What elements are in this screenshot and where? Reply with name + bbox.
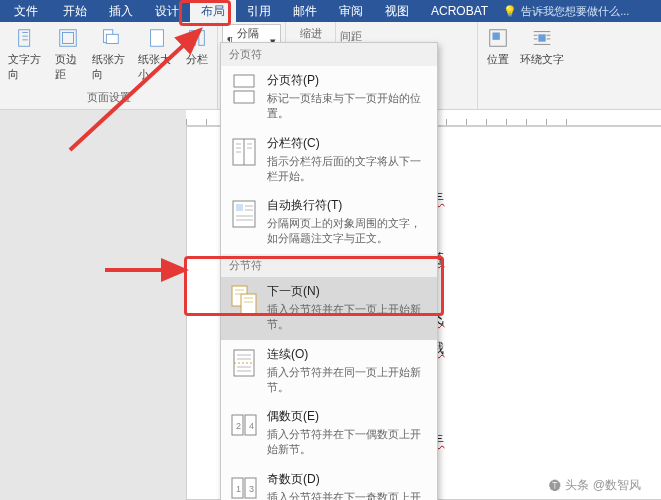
menu-item-desc: 插入分节符并在下一偶数页上开始新节。 <box>267 427 429 457</box>
odd-page-icon: 13 <box>229 471 259 500</box>
margins-icon <box>56 26 80 50</box>
svg-rect-4 <box>107 34 119 43</box>
menu-item-desc: 插入分节符并在同一页上开始新节。 <box>267 365 429 395</box>
lightbulb-icon: 💡 <box>503 5 517 18</box>
menu-item-desc: 插入分节符并在下一奇数页上开始新节。 <box>267 490 429 500</box>
tab-acrobat[interactable]: ACROBAT <box>420 1 499 21</box>
next-page-icon <box>229 283 259 317</box>
tab-view[interactable]: 视图 <box>374 0 420 23</box>
orientation-button[interactable]: 纸张方向 <box>88 24 133 90</box>
menu-column-break[interactable]: 分栏符(C)指示分栏符后面的文字将从下一栏开始。 <box>221 129 437 192</box>
text-wrap-break-icon <box>229 197 259 231</box>
even-page-icon: 24 <box>229 408 259 442</box>
columns-icon <box>185 26 209 50</box>
margins-button[interactable]: 页边距 <box>51 24 86 90</box>
menu-item-title: 下一页(N) <box>267 283 429 300</box>
watermark: 🅣 头条 @数智风 <box>549 477 641 494</box>
menu-item-title: 自动换行符(T) <box>267 197 429 214</box>
menu-item-title: 分栏符(C) <box>267 135 429 152</box>
svg-rect-7 <box>199 31 205 46</box>
menu-odd-page[interactable]: 13 奇数页(D)插入分节符并在下一奇数页上开始新节。 <box>221 465 437 500</box>
columns-label: 分栏 <box>186 52 208 67</box>
menu-next-page[interactable]: 下一页(N)插入分节符并在下一页上开始新节。 <box>221 277 437 340</box>
menu-item-desc: 标记一页结束与下一页开始的位置。 <box>267 91 429 121</box>
page-setup-group-label: 页面设置 <box>4 90 213 107</box>
svg-rect-10 <box>538 34 545 41</box>
indent-group-label: 缩进 <box>290 24 331 43</box>
tab-review[interactable]: 审阅 <box>328 0 374 23</box>
position-icon <box>486 26 510 50</box>
menu-item-title: 偶数页(E) <box>267 408 429 425</box>
orientation-icon <box>98 26 122 50</box>
svg-rect-5 <box>150 30 163 47</box>
menu-continuous[interactable]: 连续(O)插入分节符并在同一页上开始新节。 <box>221 340 437 403</box>
tab-insert[interactable]: 插入 <box>98 0 144 23</box>
position-button[interactable]: 位置 <box>482 24 514 107</box>
menu-item-title: 连续(O) <box>267 346 429 363</box>
tab-references[interactable]: 引用 <box>236 0 282 23</box>
tab-layout[interactable]: 布局 <box>190 0 236 23</box>
svg-text:4: 4 <box>249 421 254 431</box>
breaks-menu: 分页符 分页符(P)标记一页结束与下一页开始的位置。 分栏符(C)指示分栏符后面… <box>220 42 438 500</box>
ribbon-tabs: 开始 插入 设计 布局 引用 邮件 审阅 视图 ACROBAT 💡 告诉我您想要… <box>52 0 629 23</box>
menu-even-page[interactable]: 24 偶数页(E)插入分节符并在下一偶数页上开始新节。 <box>221 402 437 465</box>
menu-section-page-breaks: 分页符 <box>221 43 437 66</box>
size-button[interactable]: 纸张大小 <box>134 24 179 90</box>
size-label: 纸张大小 <box>138 52 175 82</box>
watermark-icon: 🅣 <box>549 479 561 493</box>
page-break-icon <box>229 72 259 106</box>
columns-button[interactable]: 分栏 <box>181 24 213 90</box>
menu-page-break[interactable]: 分页符(P)标记一页结束与下一页开始的位置。 <box>221 66 437 129</box>
size-icon <box>145 26 169 50</box>
menu-item-title: 奇数页(D) <box>267 471 429 488</box>
svg-rect-6 <box>190 31 196 46</box>
menu-section-section-breaks: 分节符 <box>221 254 437 277</box>
svg-rect-18 <box>241 294 256 314</box>
text-direction-button[interactable]: 文字方向 <box>4 24 49 90</box>
wrap-text-button[interactable]: 环绕文字 <box>516 24 568 107</box>
watermark-text: 头条 @数智风 <box>565 477 641 494</box>
svg-text:1: 1 <box>236 484 241 494</box>
svg-text:3: 3 <box>249 484 254 494</box>
menu-item-desc: 分隔网页上的对象周围的文字，如分隔题注文字与正文。 <box>267 216 429 246</box>
svg-rect-16 <box>236 204 243 211</box>
tab-design[interactable]: 设计 <box>144 0 190 23</box>
margins-label: 页边距 <box>55 52 82 82</box>
menu-item-desc: 指示分栏符后面的文字将从下一栏开始。 <box>267 154 429 184</box>
orientation-label: 纸张方向 <box>92 52 129 82</box>
tell-me-search[interactable]: 💡 告诉我您想要做什么... <box>503 4 629 19</box>
tab-mailings[interactable]: 邮件 <box>282 0 328 23</box>
tell-me-label: 告诉我您想要做什么... <box>521 4 629 19</box>
file-tab[interactable]: 文件 <box>0 0 52 23</box>
menu-text-wrapping-break[interactable]: 自动换行符(T)分隔网页上的对象周围的文字，如分隔题注文字与正文。 <box>221 191 437 254</box>
menu-item-title: 分页符(P) <box>267 72 429 89</box>
continuous-icon <box>229 346 259 380</box>
column-break-icon <box>229 135 259 169</box>
menu-item-desc: 插入分节符并在下一页上开始新节。 <box>267 302 429 332</box>
wrap-text-label: 环绕文字 <box>520 52 564 67</box>
tab-home[interactable]: 开始 <box>52 0 98 23</box>
svg-rect-9 <box>493 33 500 40</box>
text-direction-label: 文字方向 <box>8 52 45 82</box>
svg-rect-11 <box>234 75 254 87</box>
text-direction-icon <box>14 26 38 50</box>
svg-text:2: 2 <box>236 421 241 431</box>
svg-rect-12 <box>234 91 254 103</box>
svg-rect-2 <box>63 33 74 44</box>
wrap-text-icon <box>530 26 554 50</box>
position-label: 位置 <box>487 52 509 67</box>
